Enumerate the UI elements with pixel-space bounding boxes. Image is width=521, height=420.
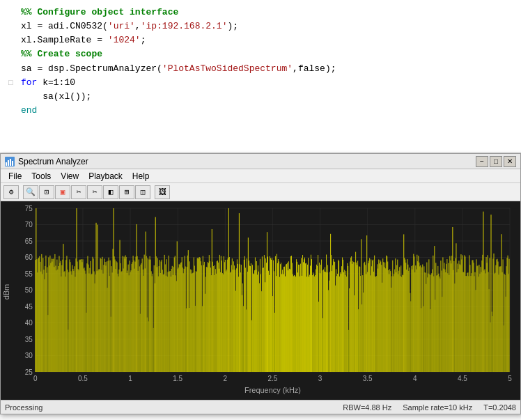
menu-playback[interactable]: Playback <box>84 171 127 182</box>
svg-text:4.5: 4.5 <box>458 375 467 382</box>
toolbar-btn-2[interactable]: ⊡ <box>39 185 54 199</box>
code-token: ; <box>141 33 146 47</box>
code-line: xl = adi.CN0532('uri','ip:192.168.2.1'); <box>8 20 513 33</box>
menu-file[interactable]: File <box>3 171 26 182</box>
toolbar-btn-7[interactable]: ⊞ <box>119 185 134 199</box>
x-axis-label: Frequency (kHz) <box>244 386 301 394</box>
svg-text:2: 2 <box>224 375 228 382</box>
spectrum-analyzer-window: Spectrum Analyzer − □ ✕ File Tools View … <box>0 153 521 414</box>
svg-rect-3 <box>10 159 11 166</box>
toolbar-btn-6[interactable]: ◧ <box>103 185 118 199</box>
code-token: sa = dsp.SpectrumAnalyzer( <box>21 62 162 76</box>
code-editor: %% Configure object interfacexl = adi.CN… <box>0 0 521 153</box>
line-gutter: □ <box>8 77 21 89</box>
code-token: xl.SampleRate = <box>21 33 108 47</box>
toolbar-btn-3[interactable]: ▣ <box>55 185 70 199</box>
svg-text:45: 45 <box>25 303 33 311</box>
window-titlebar: Spectrum Analyzer − □ ✕ <box>1 154 520 169</box>
toolbar-btn-4[interactable]: ✂ <box>71 185 86 199</box>
code-line: sa = dsp.SpectrumAnalyzer('PlotAsTwoSide… <box>8 62 513 76</box>
toolbar-btn-5[interactable]: ✂ <box>87 185 102 199</box>
code-token: k=1:10 <box>37 76 75 90</box>
status-bar: Processing RBW=4.88 Hz Sample rate=10 kH… <box>1 400 520 414</box>
svg-text:5: 5 <box>508 375 512 382</box>
code-line: end <box>8 104 513 118</box>
code-line: xl.SampleRate = '1024'; <box>8 33 513 47</box>
y-axis-label: dBm <box>2 284 10 300</box>
code-line: sa(xl()); <box>8 90 513 104</box>
toolbar-btn-9[interactable]: 🖼 <box>155 185 170 199</box>
chart-icon <box>5 157 15 166</box>
svg-text:50: 50 <box>25 286 33 294</box>
maximize-button[interactable]: □ <box>490 156 502 167</box>
code-token: , <box>135 20 141 33</box>
code-token: 'ip:192.168.2.1' <box>141 20 228 33</box>
code-line: □for k=1:10 <box>8 76 513 90</box>
minimize-button[interactable]: − <box>476 156 488 167</box>
window-title: Spectrum Analyzer <box>18 157 474 166</box>
svg-text:35: 35 <box>25 336 33 343</box>
svg-text:4: 4 <box>413 375 417 382</box>
menu-view[interactable]: View <box>56 171 84 182</box>
code-token: xl = adi.CN0532( <box>21 20 108 33</box>
svg-text:25: 25 <box>25 368 33 376</box>
menu-bar: File Tools View Playback Help <box>1 169 520 183</box>
spectrum-chart: 75 70 65 60 55 50 45 40 35 30 25 dBm 0 0… <box>1 201 520 400</box>
status-time: T=0.2048 <box>483 403 516 412</box>
code-token: end <box>21 104 37 118</box>
svg-text:0: 0 <box>33 375 38 382</box>
toolbar-btn-1[interactable]: ⚙ <box>3 185 19 199</box>
status-processing: Processing <box>5 403 343 412</box>
toolbar: ⚙ 🔍 ⊡ ▣ ✂ ✂ ◧ ⊞ ◫ 🖼 <box>1 183 520 201</box>
code-token: interface <box>130 6 178 20</box>
svg-text:1: 1 <box>128 375 132 382</box>
svg-text:3: 3 <box>318 375 322 382</box>
svg-rect-2 <box>8 160 9 166</box>
chart-svg: 75 70 65 60 55 50 45 40 35 30 25 dBm 0 0… <box>1 201 520 400</box>
svg-text:75: 75 <box>25 205 33 212</box>
svg-text:70: 70 <box>25 221 33 228</box>
svg-text:40: 40 <box>25 319 33 327</box>
svg-rect-1 <box>6 162 7 166</box>
menu-tools[interactable]: Tools <box>26 171 56 182</box>
code-token: for <box>21 76 37 90</box>
toolbar-btn-zoom[interactable]: 🔍 <box>23 185 38 199</box>
svg-text:1.5: 1.5 <box>173 375 182 382</box>
code-line: %% Configure object interface <box>8 6 513 20</box>
svg-rect-4 <box>12 161 13 166</box>
svg-text:65: 65 <box>25 238 33 245</box>
code-token: %% Create scope <box>21 47 102 61</box>
svg-text:2.5: 2.5 <box>268 375 278 382</box>
code-token: 'PlotAsTwoSidedSpectrum' <box>162 62 293 76</box>
svg-text:0.5: 0.5 <box>78 375 88 382</box>
code-token: %% Configure object <box>21 6 130 20</box>
svg-text:55: 55 <box>25 270 33 278</box>
code-token: '1024' <box>108 33 141 47</box>
status-rbw: RBW=4.88 Hz <box>343 403 391 412</box>
code-line: %% Create scope <box>8 47 513 61</box>
code-token: 'uri' <box>108 20 135 33</box>
svg-text:30: 30 <box>25 352 33 359</box>
svg-text:60: 60 <box>25 254 33 261</box>
menu-help[interactable]: Help <box>127 171 155 182</box>
toolbar-btn-8[interactable]: ◫ <box>135 185 150 199</box>
code-token: sa(xl()); <box>21 90 91 104</box>
status-info: RBW=4.88 Hz Sample rate=10 kHz T=0.2048 <box>343 403 516 412</box>
code-token: ,false); <box>293 62 336 76</box>
svg-text:3.5: 3.5 <box>363 375 373 382</box>
close-button[interactable]: ✕ <box>504 156 516 167</box>
status-sample-rate: Sample rate=10 kHz <box>403 403 472 412</box>
code-token: ); <box>227 20 238 33</box>
